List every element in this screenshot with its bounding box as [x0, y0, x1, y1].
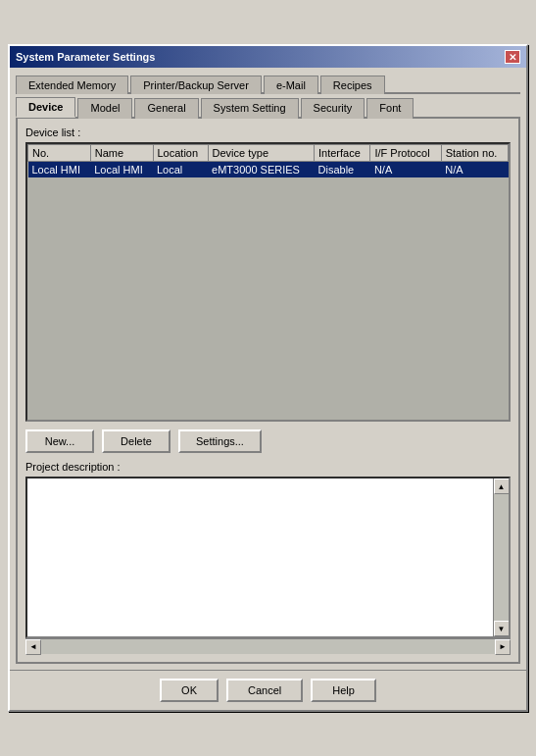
footer-bar: OK Cancel Help: [10, 670, 526, 710]
project-description-container: ▲ ▼: [25, 477, 511, 638]
settings-button[interactable]: Settings...: [178, 429, 262, 453]
tab-extended-memory[interactable]: Extended Memory: [16, 76, 128, 94]
tab-content: Device list : No. Name Location Device t…: [16, 119, 520, 664]
cell-interface: Disable: [315, 162, 370, 178]
bottom-tab-row: Device Model General System Setting Secu…: [16, 96, 520, 119]
top-tab-row: Extended Memory Printer/Backup Server e-…: [16, 74, 520, 94]
device-table-container: No. Name Location Device type Interface …: [25, 142, 511, 422]
cell-no: Local HMI: [28, 162, 91, 178]
scroll-left-button[interactable]: ◄: [25, 639, 41, 655]
tab-security[interactable]: Security: [301, 98, 365, 119]
tab-system-setting[interactable]: System Setting: [201, 98, 299, 119]
device-table: No. Name Location Device type Interface …: [27, 144, 509, 177]
col-header-name: Name: [90, 145, 153, 162]
cell-if-protocol: N/A: [370, 162, 441, 178]
col-header-if-protocol: I/F Protocol: [370, 145, 441, 162]
close-button[interactable]: ✕: [505, 50, 520, 64]
device-list-label: Device list :: [25, 126, 511, 138]
col-header-location: Location: [153, 145, 208, 162]
cancel-button[interactable]: Cancel: [226, 679, 303, 702]
scroll-up-button[interactable]: ▲: [494, 479, 510, 494]
scroll-right-button[interactable]: ►: [495, 639, 511, 655]
col-header-device-type: Device type: [208, 145, 314, 162]
tab-recipes[interactable]: Recipes: [320, 76, 385, 94]
new-button[interactable]: New...: [25, 429, 94, 453]
project-description-input[interactable]: [27, 479, 493, 636]
table-row[interactable]: Local HMI Local HMI Local eMT3000 SERIES…: [28, 162, 509, 178]
tab-general[interactable]: General: [134, 98, 198, 119]
tab-model[interactable]: Model: [77, 98, 132, 119]
help-button[interactable]: Help: [311, 679, 376, 702]
window-title: System Parameter Settings: [16, 51, 155, 63]
col-header-interface: Interface: [315, 145, 370, 162]
cell-device-type: eMT3000 SERIES: [208, 162, 314, 178]
cell-name: Local HMI: [90, 162, 153, 178]
cell-station-no: N/A: [441, 162, 508, 178]
tab-font[interactable]: Font: [366, 98, 414, 119]
horizontal-scrollbar[interactable]: ◄ ►: [25, 638, 511, 654]
tab-device[interactable]: Device: [16, 97, 75, 118]
scroll-down-button[interactable]: ▼: [494, 621, 510, 636]
delete-button[interactable]: Delete: [102, 429, 171, 453]
main-window: System Parameter Settings ✕ Extended Mem…: [8, 44, 528, 712]
vertical-scrollbar[interactable]: ▲ ▼: [493, 479, 509, 636]
ok-button[interactable]: OK: [160, 679, 219, 702]
col-header-station-no: Station no.: [441, 145, 508, 162]
action-button-row: New... Delete Settings...: [25, 429, 511, 453]
tab-printer-backup[interactable]: Printer/Backup Server: [130, 76, 262, 94]
col-header-no: No.: [28, 145, 91, 162]
scroll-track-vertical: [494, 494, 509, 621]
scroll-track-horizontal: [41, 639, 495, 654]
content-area: Extended Memory Printer/Backup Server e-…: [10, 68, 526, 670]
tab-email[interactable]: e-Mail: [264, 76, 318, 94]
titlebar: System Parameter Settings ✕: [10, 46, 526, 68]
cell-location: Local: [153, 162, 208, 178]
project-description-label: Project description :: [25, 461, 511, 473]
